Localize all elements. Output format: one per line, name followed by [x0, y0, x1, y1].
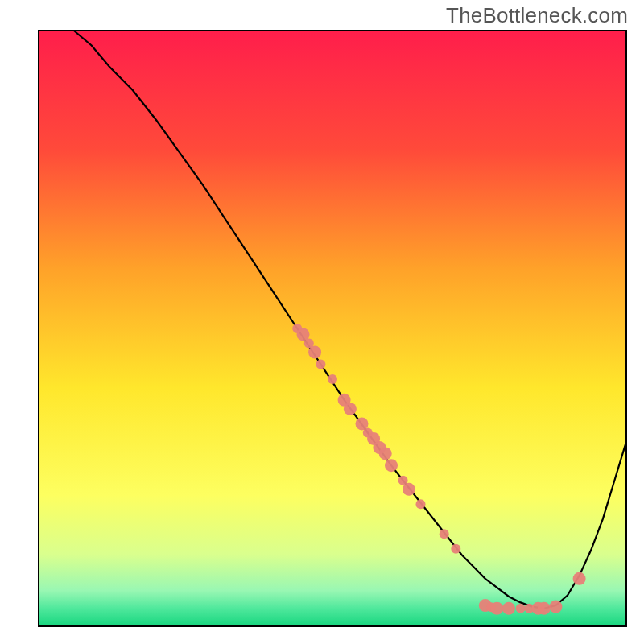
data-point [490, 602, 503, 615]
data-point [538, 602, 551, 615]
data-point [379, 447, 392, 460]
data-point [502, 602, 515, 615]
data-point [402, 483, 415, 496]
data-point [344, 402, 357, 415]
data-point [440, 529, 449, 539]
data-point [316, 359, 325, 369]
plot-area [39, 31, 626, 626]
plot-svg [0, 0, 644, 644]
data-point [385, 459, 398, 472]
watermark-label: TheBottleneck.com [446, 3, 628, 28]
data-point [451, 544, 460, 554]
data-point [416, 499, 426, 509]
data-point [328, 374, 337, 384]
data-point [549, 601, 562, 613]
data-point [573, 572, 586, 585]
data-point [308, 346, 321, 359]
chart-container: TheBottleneck.com [0, 0, 644, 644]
data-point [516, 604, 526, 613]
